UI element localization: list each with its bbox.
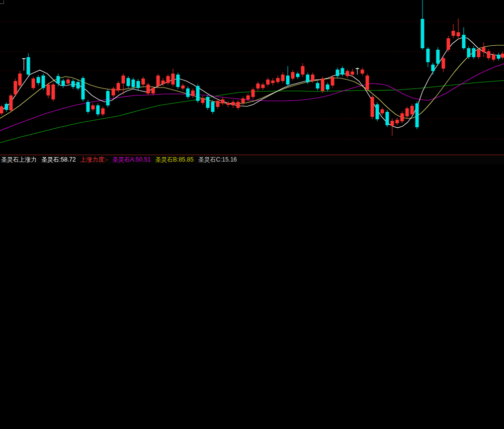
candle-body — [211, 102, 215, 112]
candle-body — [142, 79, 145, 85]
candle-body — [472, 48, 476, 57]
candle-body — [321, 79, 325, 91]
candle-body — [442, 58, 445, 69]
candle-body — [381, 109, 384, 113]
candle-body — [67, 80, 70, 84]
candle-body — [132, 80, 135, 87]
candle-body — [266, 80, 270, 85]
candle-body — [252, 89, 255, 97]
candle-body — [286, 76, 290, 85]
candle-body — [137, 81, 140, 88]
candle-body — [346, 71, 349, 76]
candle-body — [62, 81, 65, 86]
candle-body — [467, 48, 471, 57]
candle-body — [47, 85, 50, 95]
candle-body — [311, 75, 315, 81]
candle-body — [57, 76, 60, 84]
candle-body — [291, 72, 295, 79]
candle-body — [191, 90, 195, 96]
candle-body — [106, 91, 110, 105]
candle-body — [14, 81, 17, 94]
candle-body — [482, 47, 486, 52]
candle-body — [186, 88, 190, 97]
candle-body — [147, 85, 150, 93]
candles — [0, 0, 504, 136]
candle-body — [301, 66, 305, 75]
candle-body — [127, 78, 130, 86]
candle-body — [401, 113, 404, 121]
candle-body — [351, 72, 354, 75]
candle-body — [406, 108, 409, 116]
candle-body — [232, 102, 235, 105]
candle-body — [237, 102, 240, 108]
candle-body — [487, 51, 491, 58]
candle-body — [112, 88, 115, 95]
candle-body — [261, 85, 265, 88]
indicator-label-bar: 圣灵石上涨力 圣灵石:58.72 上涨力度:- 圣灵石A:50.51 圣灵石B:… — [0, 155, 504, 164]
candle-body — [18, 74, 22, 86]
indicator-value-c: 圣灵石C:15.16 — [198, 156, 237, 164]
candle-body — [9, 95, 13, 110]
candle-body — [281, 75, 285, 81]
candle-body — [216, 101, 220, 107]
candle-body — [306, 75, 310, 82]
signal-markers — [0, 0, 4, 4]
candle-body — [101, 108, 105, 114]
candle-body — [497, 55, 501, 59]
candle-body — [452, 31, 455, 36]
candle-body — [122, 76, 125, 84]
candle-body — [316, 83, 320, 88]
candle-body — [32, 79, 35, 88]
candle-body — [171, 74, 175, 85]
candle-body — [37, 77, 40, 83]
candle-body — [227, 103, 230, 105]
indicator-panel[interactable] — [0, 164, 504, 429]
candle-body — [167, 76, 170, 83]
candle-body — [421, 19, 424, 48]
candle-body — [396, 120, 399, 123]
candle-body — [331, 77, 335, 86]
candle-body — [27, 57, 30, 75]
candle-body — [96, 105, 100, 114]
candle-body — [426, 49, 430, 62]
candle-body — [366, 76, 369, 89]
candle-body — [86, 102, 90, 112]
candle-body — [462, 35, 466, 48]
candle-body — [431, 65, 435, 71]
candle-body — [117, 83, 120, 90]
indicator-value-strength: 上涨力度:- — [80, 156, 107, 164]
candle-body — [457, 32, 460, 36]
candle-body — [72, 81, 75, 87]
candlestick-panel[interactable] — [0, 0, 504, 155]
candle-body — [376, 104, 379, 119]
candle-body — [42, 76, 45, 88]
candle-body — [336, 70, 339, 76]
candle-body — [91, 105, 95, 109]
candle-body — [176, 75, 180, 87]
candle-body — [52, 85, 55, 99]
candle-body — [326, 85, 330, 89]
candle-body — [162, 81, 165, 84]
candle-body — [492, 55, 496, 60]
candle-body — [411, 106, 414, 114]
candle-body — [247, 95, 250, 99]
candle-body — [206, 97, 210, 108]
candle-body — [181, 86, 185, 88]
candle-body — [77, 82, 80, 88]
candle-body — [271, 81, 275, 83]
candle-body — [386, 112, 389, 125]
candle-body — [152, 88, 155, 93]
candle-body — [256, 84, 260, 88]
candle-body — [82, 78, 85, 99]
chart-root: 圣灵石上涨力 圣灵石:58.72 上涨力度:- 圣灵石A:50.51 圣灵石B:… — [0, 0, 504, 429]
indicator-title: 圣灵石上涨力 — [1, 156, 37, 164]
candle-body — [201, 98, 205, 103]
candle-body — [477, 50, 481, 57]
ma-magenta — [0, 64, 504, 131]
candle-body — [296, 74, 300, 77]
candle-body — [242, 98, 245, 103]
candle-body — [276, 78, 280, 82]
candle-body — [5, 104, 8, 110]
candle-body — [447, 38, 450, 50]
candle-body — [436, 50, 440, 64]
